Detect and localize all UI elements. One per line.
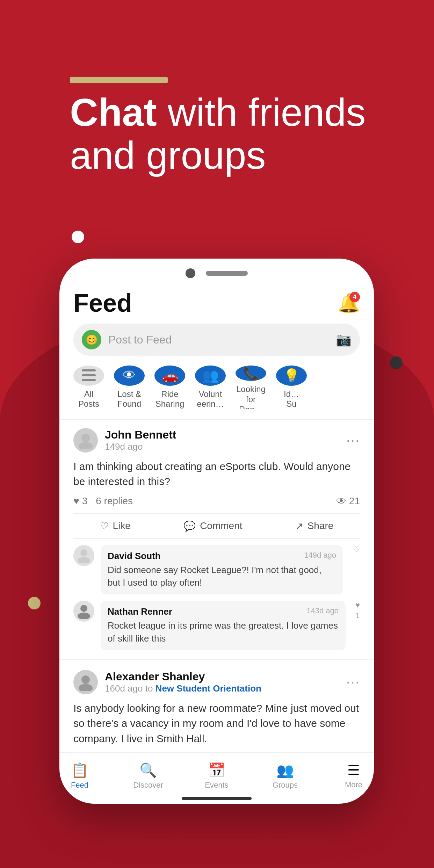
post-1-avatar <box>73 428 98 453</box>
nav-feed[interactable]: 📋 Feed <box>59 759 114 797</box>
bottom-nav: 📋 Feed 🔍 Discover 📅 Events 👥 Groups ☰ Mo… <box>59 752 374 797</box>
post-2-group: New Student Orientation <box>155 683 261 694</box>
feed-icon: 📋 <box>71 762 88 779</box>
divider-2 <box>59 659 374 660</box>
post-1-more[interactable]: ··· <box>346 432 360 448</box>
ride-sharing-label: RideSharing <box>155 389 185 410</box>
post-2: Alexander Shanley 160d ago to New Studen… <box>73 668 360 753</box>
category-list: All Posts 👁 Lost &Found 🚗 RideSharing 👥 … <box>73 366 360 409</box>
category-all-posts[interactable]: All Posts <box>73 366 104 409</box>
post-2-body: Is anybody looking for a new roommate? M… <box>73 701 360 746</box>
ride-sharing-icon: 🚗 <box>154 366 185 386</box>
share-label: Share <box>308 520 334 531</box>
comment-2-meta: Nathan Renner 143d ago <box>108 606 339 617</box>
hero-bold: Chat <box>70 91 157 134</box>
post-1-replies: 6 replies <box>96 496 337 507</box>
comment-icon: 💬 <box>183 520 196 532</box>
svg-point-5 <box>80 549 87 556</box>
views-count: 21 <box>349 496 360 507</box>
nav-events[interactable]: 📅 Events <box>182 759 251 797</box>
app-content: Feed 🔔 4 😊 Post to Feed 📷 <box>59 282 374 752</box>
post-1: John Bennett 149d ago ··· I am thinking … <box>73 428 360 657</box>
category-roommate[interactable]: 📞 Lookingfor Roo… <box>236 366 266 409</box>
like-icon: ♡ <box>100 520 109 532</box>
post-1-header: John Bennett 149d ago ··· <box>73 428 360 453</box>
share-icon: ↗ <box>295 520 303 532</box>
category-ride-sharing[interactable]: 🚗 RideSharing <box>154 366 185 409</box>
svg-rect-0 <box>82 369 96 371</box>
home-indicator-bar <box>182 797 252 800</box>
category-volunteering[interactable]: 👥 Volunteerin… <box>195 366 226 409</box>
user-avatar: 😊 <box>82 330 101 349</box>
share-button[interactable]: ↗ Share <box>295 520 334 532</box>
like-button[interactable]: ♡ Like <box>100 520 131 532</box>
more-icon: ☰ <box>347 762 360 778</box>
all-posts-icon <box>73 366 104 386</box>
post-1-actions: ♡ Like 💬 Comment ↗ Share <box>73 513 360 539</box>
roommate-label: Lookingfor Roo… <box>236 384 266 409</box>
post-2-meta: Alexander Shanley 160d ago to New Studen… <box>105 670 339 694</box>
groups-icon: 👥 <box>276 762 294 779</box>
svg-point-8 <box>78 613 90 619</box>
comment-2-heart: ♥ <box>355 601 360 610</box>
lost-found-label: Lost &Found <box>117 389 141 410</box>
events-label: Events <box>205 781 228 790</box>
post-1-meta: John Bennett 149d ago <box>105 428 339 452</box>
comment-1-text: Did someone say Rocket League?! I'm not … <box>108 564 336 589</box>
ideas-label: Id…Su <box>284 389 299 410</box>
post-2-header: Alexander Shanley 160d ago to New Studen… <box>73 670 360 694</box>
svg-point-10 <box>79 684 93 691</box>
post-2-author: Alexander Shanley <box>105 670 339 683</box>
post-bar[interactable]: 😊 Post to Feed 📷 <box>73 324 360 356</box>
post-1-views: 👁 21 <box>337 496 360 507</box>
comment-2-bubble: Nathan Renner 143d ago Rocket league in … <box>101 601 346 650</box>
dot-olive <box>28 597 41 609</box>
home-indicator <box>59 797 374 804</box>
comment-button[interactable]: 💬 Comment <box>183 520 242 532</box>
discover-label: Discover <box>133 781 163 790</box>
comment-1-bubble: David South 149d ago Did someone say Roc… <box>101 545 343 595</box>
post-placeholder: Post to Feed <box>108 333 329 346</box>
svg-point-3 <box>81 434 90 442</box>
comment-2-likes: 1 <box>355 611 360 620</box>
phone-mockup: Feed 🔔 4 😊 Post to Feed 📷 <box>59 259 374 804</box>
post-2-more[interactable]: ··· <box>346 674 360 690</box>
post-1-likes[interactable]: ♥ 3 <box>73 496 87 507</box>
volunteering-label: Volunteerin… <box>197 389 224 410</box>
likes-count: 3 <box>82 496 88 507</box>
comment-2-author: Nathan Renner <box>108 606 172 617</box>
svg-rect-1 <box>82 374 96 376</box>
phone-speaker <box>206 271 248 276</box>
nav-more[interactable]: ☰ More <box>319 759 374 797</box>
notification-button[interactable]: 🔔 4 <box>338 292 360 314</box>
comment-1-author: David South <box>108 551 161 562</box>
lost-found-icon: 👁 <box>114 366 145 386</box>
post-1-body: I am thinking about creating an eSports … <box>73 459 360 489</box>
ideas-icon: 💡 <box>276 366 307 386</box>
camera-icon[interactable]: 📷 <box>336 332 352 347</box>
phone-camera <box>186 268 195 278</box>
heart-icon: ♥ <box>73 496 79 507</box>
discover-icon: 🔍 <box>139 762 157 779</box>
dot-dark <box>390 356 403 369</box>
groups-label: Groups <box>273 781 298 790</box>
nav-discover[interactable]: 🔍 Discover <box>114 759 182 797</box>
comment-1-like[interactable]: ♡ <box>353 545 360 554</box>
svg-point-6 <box>78 557 90 563</box>
category-lost-found[interactable]: 👁 Lost &Found <box>114 366 145 409</box>
comment-1-avatar <box>73 545 94 566</box>
comment-2: Nathan Renner 143d ago Rocket league in … <box>73 601 360 650</box>
comment-2-text: Rocket league in its prime was the great… <box>108 619 339 645</box>
phone-top-bar <box>59 259 374 282</box>
comment-1-heart: ♡ <box>353 545 360 554</box>
notification-badge: 4 <box>349 292 360 302</box>
feed-header: Feed 🔔 4 <box>73 282 360 324</box>
comment-2-like[interactable]: ♥ 1 <box>355 601 360 620</box>
post-1-author: John Bennett <box>105 428 339 441</box>
comment-1-time: 149d ago <box>304 551 336 562</box>
svg-point-9 <box>81 675 90 684</box>
category-ideas[interactable]: 💡 Id…Su <box>276 366 307 409</box>
comment-2-avatar <box>73 601 94 622</box>
svg-point-4 <box>79 442 93 449</box>
nav-groups[interactable]: 👥 Groups <box>251 759 319 797</box>
